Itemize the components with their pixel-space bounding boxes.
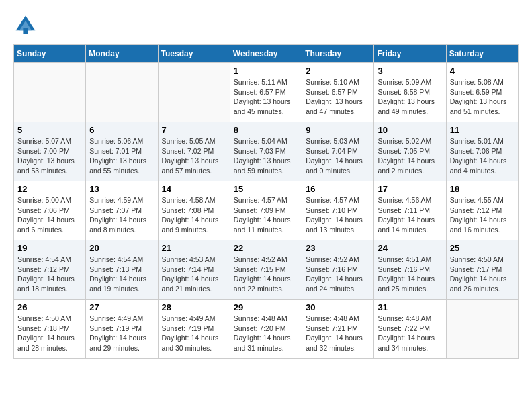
day-detail: Sunrise: 4:54 AM Sunset: 7:12 PM Dayligh…	[17, 255, 82, 294]
day-detail: Sunrise: 4:50 AM Sunset: 7:18 PM Dayligh…	[17, 314, 82, 353]
calendar-cell: 11Sunrise: 5:01 AM Sunset: 7:06 PM Dayli…	[446, 122, 518, 181]
calendar-cell: 22Sunrise: 4:52 AM Sunset: 7:15 PM Dayli…	[230, 240, 302, 300]
calendar-cell: 27Sunrise: 4:49 AM Sunset: 7:19 PM Dayli…	[86, 300, 158, 359]
day-number: 3	[378, 66, 442, 76]
day-detail: Sunrise: 5:03 AM Sunset: 7:04 PM Dayligh…	[306, 136, 370, 176]
day-detail: Sunrise: 5:02 AM Sunset: 7:05 PM Dayligh…	[378, 136, 442, 176]
day-number: 19	[17, 243, 82, 253]
day-detail: Sunrise: 4:48 AM Sunset: 7:22 PM Dayligh…	[378, 314, 442, 353]
day-number: 25	[450, 243, 515, 253]
calendar-week-row: 12Sunrise: 5:00 AM Sunset: 7:06 PM Dayli…	[14, 181, 519, 240]
calendar-week-row: 1Sunrise: 5:11 AM Sunset: 6:57 PM Daylig…	[14, 63, 519, 122]
calendar-cell	[446, 300, 518, 359]
calendar-cell: 18Sunrise: 4:55 AM Sunset: 7:12 PM Dayli…	[446, 181, 518, 240]
day-number: 9	[306, 125, 370, 135]
day-number: 10	[378, 125, 442, 135]
calendar-week-row: 19Sunrise: 4:54 AM Sunset: 7:12 PM Dayli…	[14, 240, 519, 300]
calendar-cell: 5Sunrise: 5:07 AM Sunset: 7:00 PM Daylig…	[14, 122, 86, 181]
day-number: 14	[162, 184, 226, 194]
calendar-week-row: 26Sunrise: 4:50 AM Sunset: 7:18 PM Dayli…	[14, 300, 519, 359]
day-number: 2	[306, 66, 370, 76]
calendar-cell: 30Sunrise: 4:48 AM Sunset: 7:21 PM Dayli…	[302, 300, 374, 359]
day-detail: Sunrise: 4:57 AM Sunset: 7:10 PM Dayligh…	[306, 195, 370, 235]
calendar-cell: 1Sunrise: 5:11 AM Sunset: 6:57 PM Daylig…	[230, 63, 302, 122]
day-detail: Sunrise: 4:54 AM Sunset: 7:13 PM Dayligh…	[89, 255, 154, 294]
calendar-cell	[86, 63, 158, 122]
calendar-cell: 9Sunrise: 5:03 AM Sunset: 7:04 PM Daylig…	[302, 122, 374, 181]
day-detail: Sunrise: 4:56 AM Sunset: 7:11 PM Dayligh…	[378, 195, 442, 235]
day-detail: Sunrise: 4:49 AM Sunset: 7:19 PM Dayligh…	[162, 314, 226, 353]
weekday-header-thursday: Thursday	[302, 45, 374, 63]
calendar-cell: 7Sunrise: 5:05 AM Sunset: 7:02 PM Daylig…	[158, 122, 230, 181]
calendar-cell: 15Sunrise: 4:57 AM Sunset: 7:09 PM Dayli…	[230, 181, 302, 240]
day-number: 31	[378, 302, 442, 312]
calendar-table: SundayMondayTuesdayWednesdayThursdayFrid…	[13, 44, 519, 359]
day-number: 20	[89, 243, 154, 253]
weekday-header-monday: Monday	[86, 45, 158, 63]
day-number: 12	[17, 184, 82, 194]
calendar-cell: 4Sunrise: 5:08 AM Sunset: 6:59 PM Daylig…	[446, 63, 518, 122]
day-number: 21	[162, 243, 226, 253]
day-number: 28	[162, 302, 226, 312]
calendar-week-row: 5Sunrise: 5:07 AM Sunset: 7:00 PM Daylig…	[14, 122, 519, 181]
day-detail: Sunrise: 5:05 AM Sunset: 7:02 PM Dayligh…	[162, 136, 226, 176]
day-detail: Sunrise: 5:07 AM Sunset: 7:00 PM Dayligh…	[17, 136, 82, 176]
day-detail: Sunrise: 5:11 AM Sunset: 6:57 PM Dayligh…	[234, 77, 298, 117]
logo-icon	[13, 13, 38, 38]
calendar-cell: 26Sunrise: 4:50 AM Sunset: 7:18 PM Dayli…	[14, 300, 86, 359]
weekday-header-wednesday: Wednesday	[230, 45, 302, 63]
calendar-cell: 10Sunrise: 5:02 AM Sunset: 7:05 PM Dayli…	[374, 122, 446, 181]
calendar-cell: 16Sunrise: 4:57 AM Sunset: 7:10 PM Dayli…	[302, 181, 374, 240]
day-number: 7	[162, 125, 226, 135]
day-detail: Sunrise: 4:53 AM Sunset: 7:14 PM Dayligh…	[162, 255, 226, 294]
day-detail: Sunrise: 4:48 AM Sunset: 7:21 PM Dayligh…	[306, 314, 370, 353]
day-number: 4	[450, 66, 515, 76]
calendar-cell: 13Sunrise: 4:59 AM Sunset: 7:07 PM Dayli…	[86, 181, 158, 240]
calendar-cell: 12Sunrise: 5:00 AM Sunset: 7:06 PM Dayli…	[14, 181, 86, 240]
svg-rect-2	[23, 28, 28, 34]
calendar-cell: 25Sunrise: 4:50 AM Sunset: 7:17 PM Dayli…	[446, 240, 518, 300]
calendar-cell: 31Sunrise: 4:48 AM Sunset: 7:22 PM Dayli…	[374, 300, 446, 359]
day-detail: Sunrise: 4:49 AM Sunset: 7:19 PM Dayligh…	[89, 314, 154, 353]
day-number: 17	[378, 184, 442, 194]
day-detail: Sunrise: 5:00 AM Sunset: 7:06 PM Dayligh…	[17, 195, 82, 235]
day-detail: Sunrise: 4:58 AM Sunset: 7:08 PM Dayligh…	[162, 195, 226, 235]
day-number: 23	[306, 243, 370, 253]
day-detail: Sunrise: 4:52 AM Sunset: 7:15 PM Dayligh…	[234, 255, 298, 294]
calendar-cell: 23Sunrise: 4:52 AM Sunset: 7:16 PM Dayli…	[302, 240, 374, 300]
calendar-cell: 19Sunrise: 4:54 AM Sunset: 7:12 PM Dayli…	[14, 240, 86, 300]
calendar-cell: 28Sunrise: 4:49 AM Sunset: 7:19 PM Dayli…	[158, 300, 230, 359]
day-number: 1	[234, 66, 298, 76]
day-detail: Sunrise: 4:50 AM Sunset: 7:17 PM Dayligh…	[450, 255, 515, 294]
day-detail: Sunrise: 5:06 AM Sunset: 7:01 PM Dayligh…	[89, 136, 154, 176]
calendar-cell: 8Sunrise: 5:04 AM Sunset: 7:03 PM Daylig…	[230, 122, 302, 181]
calendar-cell: 2Sunrise: 5:10 AM Sunset: 6:57 PM Daylig…	[302, 63, 374, 122]
day-detail: Sunrise: 4:52 AM Sunset: 7:16 PM Dayligh…	[306, 255, 370, 294]
day-detail: Sunrise: 4:55 AM Sunset: 7:12 PM Dayligh…	[450, 195, 515, 235]
logo	[13, 13, 42, 38]
calendar-cell: 3Sunrise: 5:09 AM Sunset: 6:58 PM Daylig…	[374, 63, 446, 122]
day-detail: Sunrise: 4:59 AM Sunset: 7:07 PM Dayligh…	[89, 195, 154, 235]
day-number: 26	[17, 302, 82, 312]
weekday-header-sunday: Sunday	[14, 45, 86, 63]
calendar-header-row: SundayMondayTuesdayWednesdayThursdayFrid…	[14, 45, 519, 63]
day-number: 29	[234, 302, 298, 312]
day-detail: Sunrise: 4:57 AM Sunset: 7:09 PM Dayligh…	[234, 195, 298, 235]
day-number: 6	[89, 125, 154, 135]
calendar-cell: 21Sunrise: 4:53 AM Sunset: 7:14 PM Dayli…	[158, 240, 230, 300]
day-number: 5	[17, 125, 82, 135]
day-number: 16	[306, 184, 370, 194]
calendar-cell	[14, 63, 86, 122]
day-number: 30	[306, 302, 370, 312]
day-detail: Sunrise: 5:09 AM Sunset: 6:58 PM Dayligh…	[378, 77, 442, 117]
calendar-cell: 6Sunrise: 5:06 AM Sunset: 7:01 PM Daylig…	[86, 122, 158, 181]
day-number: 15	[234, 184, 298, 194]
day-number: 18	[450, 184, 515, 194]
calendar-cell: 14Sunrise: 4:58 AM Sunset: 7:08 PM Dayli…	[158, 181, 230, 240]
day-number: 24	[378, 243, 442, 253]
calendar-cell	[158, 63, 230, 122]
day-detail: Sunrise: 4:48 AM Sunset: 7:20 PM Dayligh…	[234, 314, 298, 353]
day-detail: Sunrise: 5:10 AM Sunset: 6:57 PM Dayligh…	[306, 77, 370, 117]
page-header	[13, 13, 519, 38]
calendar-cell: 20Sunrise: 4:54 AM Sunset: 7:13 PM Dayli…	[86, 240, 158, 300]
